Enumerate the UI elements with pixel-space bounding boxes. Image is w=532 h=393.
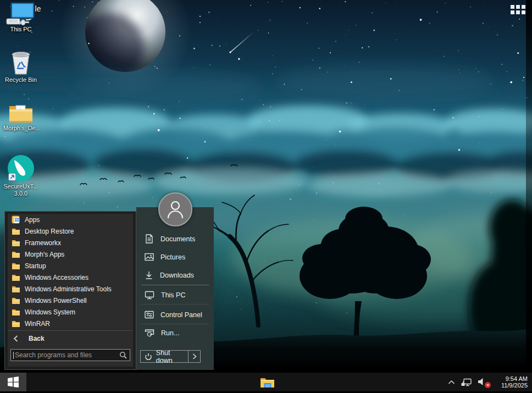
menu-divider — [141, 285, 209, 285]
search-icon[interactable] — [119, 351, 127, 359]
start-menu-right-panel: Documents Pictures Downloads — [136, 207, 214, 370]
menu-item-label: Windows System — [25, 308, 75, 316]
power-icon — [145, 353, 152, 361]
menu-item-label: This PC — [161, 291, 185, 299]
menu-item-label: Windows Accessories — [25, 274, 88, 281]
taskbar: × 9:54 AM 11/9/2025 — [0, 373, 532, 393]
menu-item-label: Startup — [25, 262, 46, 270]
menu-divider — [141, 324, 209, 324]
menu-item-label: Control Panel — [160, 311, 202, 319]
back-button[interactable]: Back — [8, 331, 133, 346]
system-tray: × 9:54 AM 11/9/2025 — [448, 373, 528, 391]
run-icon — [145, 329, 154, 337]
desktop-icon-label: Recycle Bin — [3, 76, 38, 84]
taskbar-clock[interactable]: 9:54 AM 11/9/2025 — [495, 375, 528, 389]
documents-icon — [145, 234, 154, 243]
volume-muted-icon[interactable]: × — [478, 378, 489, 386]
folder-icon — [12, 262, 20, 270]
apps-grid-icon — [12, 215, 20, 224]
menu-item-label: Windows PowerShell — [25, 297, 87, 305]
taskbar-file-explorer-button[interactable] — [256, 373, 278, 391]
windows-logo-icon — [8, 377, 19, 388]
chevron-left-icon — [13, 335, 18, 342]
menu-item-label: Frameworkx — [25, 239, 61, 247]
this-pc-icon — [6, 2, 36, 25]
menu-item-label: Run... — [161, 329, 179, 337]
folder-icon — [12, 285, 20, 293]
start-menu-item-documents[interactable]: Documents — [136, 230, 214, 248]
text-caret — [13, 352, 14, 359]
shutdown-button-group: Shut down — [140, 350, 201, 363]
start-menu-left-panel: Apps Desktop Restore Frameworkx Morph's … — [4, 211, 136, 370]
start-menu-item-this-pc[interactable]: This PC — [136, 286, 214, 304]
start-menu-item-startup[interactable]: Startup — [8, 260, 133, 272]
desktop-icon-label: SecureUxT... — [2, 183, 40, 190]
desktop-icon-this-pc[interactable]: This PC — [3, 2, 38, 33]
folder-icon — [12, 297, 20, 305]
start-menu-item-windows-admin-tools[interactable]: Windows Administrative Tools — [8, 283, 133, 295]
folder-icon — [12, 320, 20, 328]
menu-item-label: Desktop Restore — [25, 228, 74, 235]
clock-time: 9:54 AM — [495, 375, 528, 383]
app-grid-icon[interactable] — [511, 5, 525, 14]
menu-item-label: Pictures — [160, 253, 185, 261]
start-menu-item-windows-powershell[interactable]: Windows PowerShell — [8, 295, 133, 306]
folder-gears-icon — [8, 102, 34, 124]
network-icon[interactable] — [461, 378, 472, 386]
start-menu-item-desktop-restore[interactable]: Desktop Restore — [8, 225, 133, 237]
start-menu-item-pictures[interactable]: Pictures — [136, 248, 214, 266]
shutdown-options-arrow[interactable] — [188, 351, 200, 362]
desktop-icon-secureux[interactable]: SecureUxT... 3.0.0 — [2, 154, 40, 197]
start-menu-folder-list: Apps Desktop Restore Frameworkx Morph's … — [8, 214, 133, 367]
desktop-icon-label: Morph's_De... — [3, 125, 38, 132]
paintbrush-app-icon — [7, 154, 35, 182]
this-pc-monitor-icon — [145, 291, 154, 300]
start-menu-item-winrar[interactable]: WinRAR — [8, 318, 133, 329]
start-menu-item-downloads[interactable]: Downloads — [136, 266, 214, 284]
control-panel-icon — [145, 311, 154, 319]
folder-icon — [12, 239, 20, 247]
start-menu-item-control-panel[interactable]: Control Panel — [136, 306, 214, 324]
search-input[interactable] — [15, 351, 119, 359]
chevron-right-icon — [192, 353, 197, 359]
menu-item-label: Downloads — [160, 272, 194, 279]
shutdown-button[interactable]: Shut down — [141, 351, 188, 362]
menu-item-label: Documents — [160, 235, 195, 243]
start-menu-item-frameworkx[interactable]: Frameworkx — [8, 237, 133, 248]
desktop-icon-label2: 3.0.0 — [2, 190, 40, 197]
menu-item-label: Apps — [25, 216, 40, 224]
pictures-icon — [145, 253, 154, 261]
folder-icon — [12, 274, 20, 281]
folder-icon — [12, 308, 20, 316]
start-button[interactable] — [0, 373, 26, 391]
desktop-icon-label: This PC — [3, 26, 38, 33]
search-box — [10, 349, 130, 361]
file-explorer-icon — [260, 377, 275, 388]
back-label: Back — [29, 335, 45, 342]
start-menu-item-windows-system[interactable]: Windows System — [8, 306, 133, 318]
start-menu-item-apps[interactable]: Apps — [8, 214, 133, 225]
volume-mute-badge: × — [485, 382, 491, 388]
tray-chevron-up-icon[interactable] — [448, 380, 455, 385]
user-avatar[interactable] — [158, 192, 192, 226]
menu-divider — [141, 304, 209, 305]
menu-item-label: WinRAR — [25, 320, 50, 328]
person-icon — [164, 198, 186, 220]
desktop-icon-recycle-bin[interactable]: Recycle Bin — [3, 49, 38, 84]
start-menu-item-windows-accessories[interactable]: Windows Accessories — [8, 272, 133, 283]
start-menu-item-morphs-apps[interactable]: Morph's Apps — [8, 248, 133, 260]
clock-date: 11/9/2025 — [495, 382, 528, 389]
desktop-icon-morphs-folder[interactable]: Morph's_De... — [3, 102, 38, 132]
recycle-bin-icon — [10, 49, 32, 76]
folder-icon — [12, 251, 20, 258]
shutdown-label: Shut down — [156, 349, 188, 364]
menu-item-label: Windows Administrative Tools — [25, 285, 112, 293]
downloads-icon — [145, 271, 153, 280]
folder-icon — [12, 228, 20, 235]
menu-item-label: Morph's Apps — [25, 251, 64, 258]
start-menu-item-run[interactable]: Run... — [136, 324, 214, 342]
